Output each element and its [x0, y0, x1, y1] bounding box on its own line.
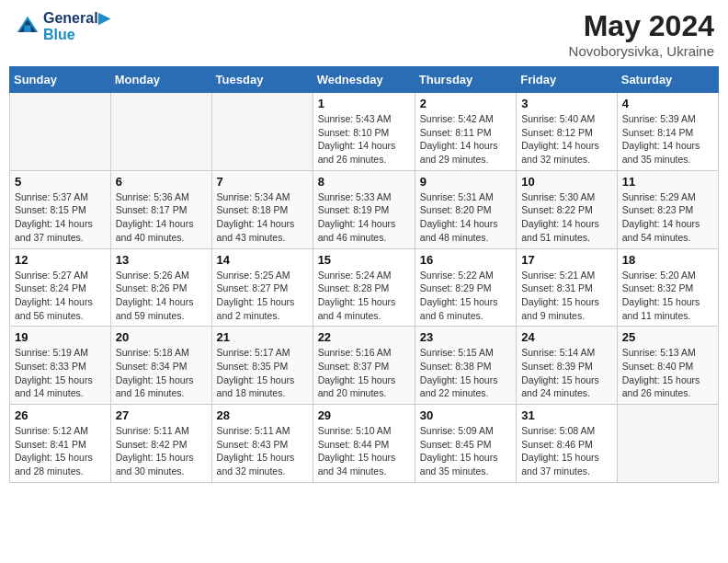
day-info: Sunrise: 5:11 AM Sunset: 8:43 PM Dayligh…	[217, 424, 308, 478]
svg-rect-2	[24, 25, 31, 32]
day-number: 23	[420, 330, 511, 344]
calendar-cell: 31Sunrise: 5:08 AM Sunset: 8:46 PM Dayli…	[517, 405, 618, 483]
day-number: 2	[420, 97, 511, 110]
day-number: 12	[15, 253, 106, 267]
day-number: 9	[420, 175, 511, 189]
day-info: Sunrise: 5:37 AM Sunset: 8:15 PM Dayligh…	[15, 190, 106, 245]
calendar-cell: 5Sunrise: 5:37 AM Sunset: 8:15 PM Daylig…	[10, 170, 111, 248]
weekday-header-sunday: Sunday	[10, 67, 111, 93]
day-info: Sunrise: 5:33 AM Sunset: 8:19 PM Dayligh…	[318, 190, 410, 245]
day-number: 3	[521, 97, 612, 110]
day-number: 27	[116, 408, 207, 422]
day-number: 8	[318, 175, 410, 189]
calendar-cell: 3Sunrise: 5:40 AM Sunset: 8:12 PM Daylig…	[517, 93, 618, 171]
calendar-cell: 1Sunrise: 5:43 AM Sunset: 8:10 PM Daylig…	[313, 93, 415, 171]
day-number: 30	[420, 408, 511, 422]
day-info: Sunrise: 5:29 AM Sunset: 8:23 PM Dayligh…	[622, 190, 713, 245]
calendar-cell: 23Sunrise: 5:15 AM Sunset: 8:38 PM Dayli…	[415, 327, 516, 405]
weekday-header-saturday: Saturday	[617, 67, 718, 93]
calendar-cell: 11Sunrise: 5:29 AM Sunset: 8:23 PM Dayli…	[617, 170, 718, 248]
day-number: 28	[217, 408, 308, 422]
location-subtitle: Novoborysivka, Ukraine	[569, 43, 714, 59]
day-info: Sunrise: 5:22 AM Sunset: 8:29 PM Dayligh…	[420, 269, 511, 323]
calendar-cell: 24Sunrise: 5:14 AM Sunset: 8:39 PM Dayli…	[517, 327, 618, 405]
calendar-cell: 6Sunrise: 5:36 AM Sunset: 8:17 PM Daylig…	[110, 170, 211, 248]
calendar-cell: 13Sunrise: 5:26 AM Sunset: 8:26 PM Dayli…	[110, 248, 211, 327]
day-number: 21	[217, 330, 308, 344]
weekday-header-monday: Monday	[110, 67, 211, 93]
day-number: 7	[217, 175, 308, 189]
calendar-cell: 10Sunrise: 5:30 AM Sunset: 8:22 PM Dayli…	[517, 170, 618, 248]
day-info: Sunrise: 5:26 AM Sunset: 8:26 PM Dayligh…	[116, 269, 207, 323]
day-number: 24	[521, 330, 612, 344]
calendar-table: SundayMondayTuesdayWednesdayThursdayFrid…	[9, 66, 719, 483]
day-info: Sunrise: 5:24 AM Sunset: 8:28 PM Dayligh…	[318, 269, 410, 323]
calendar-cell: 7Sunrise: 5:34 AM Sunset: 8:18 PM Daylig…	[211, 170, 313, 248]
calendar-week-row: 1Sunrise: 5:43 AM Sunset: 8:10 PM Daylig…	[10, 93, 719, 171]
day-number: 19	[15, 330, 106, 344]
calendar-cell: 2Sunrise: 5:42 AM Sunset: 8:11 PM Daylig…	[415, 93, 516, 171]
calendar-cell: 15Sunrise: 5:24 AM Sunset: 8:28 PM Dayli…	[313, 248, 415, 327]
day-info: Sunrise: 5:21 AM Sunset: 8:31 PM Dayligh…	[521, 269, 612, 323]
day-info: Sunrise: 5:39 AM Sunset: 8:14 PM Dayligh…	[622, 112, 713, 167]
day-number: 5	[15, 175, 106, 189]
logo-icon	[14, 13, 41, 40]
calendar-cell: 17Sunrise: 5:21 AM Sunset: 8:31 PM Dayli…	[517, 248, 618, 327]
day-number: 22	[318, 330, 410, 344]
day-info: Sunrise: 5:14 AM Sunset: 8:39 PM Dayligh…	[521, 346, 612, 400]
day-number: 15	[318, 253, 410, 267]
day-info: Sunrise: 5:18 AM Sunset: 8:34 PM Dayligh…	[116, 346, 207, 400]
day-info: Sunrise: 5:34 AM Sunset: 8:18 PM Dayligh…	[217, 190, 308, 245]
day-info: Sunrise: 5:30 AM Sunset: 8:22 PM Dayligh…	[521, 190, 612, 245]
day-info: Sunrise: 5:36 AM Sunset: 8:17 PM Dayligh…	[116, 190, 207, 245]
day-info: Sunrise: 5:12 AM Sunset: 8:41 PM Dayligh…	[15, 424, 106, 478]
day-number: 20	[116, 330, 207, 344]
page-header: General▶ Blue May 2024 Novoborysivka, Uk…	[9, 9, 719, 59]
day-number: 13	[116, 253, 207, 267]
calendar-cell: 27Sunrise: 5:11 AM Sunset: 8:42 PM Dayli…	[110, 405, 211, 483]
day-number: 25	[622, 330, 713, 344]
day-info: Sunrise: 5:27 AM Sunset: 8:24 PM Dayligh…	[15, 269, 106, 323]
calendar-cell: 20Sunrise: 5:18 AM Sunset: 8:34 PM Dayli…	[110, 327, 211, 405]
day-number: 29	[318, 408, 410, 422]
weekday-header-friday: Friday	[517, 67, 618, 93]
day-info: Sunrise: 5:42 AM Sunset: 8:11 PM Dayligh…	[420, 112, 511, 167]
day-info: Sunrise: 5:17 AM Sunset: 8:35 PM Dayligh…	[217, 346, 308, 400]
calendar-cell	[617, 405, 718, 483]
weekday-header-wednesday: Wednesday	[313, 67, 415, 93]
calendar-cell: 8Sunrise: 5:33 AM Sunset: 8:19 PM Daylig…	[313, 170, 415, 248]
day-number: 4	[622, 97, 713, 110]
calendar-week-row: 19Sunrise: 5:19 AM Sunset: 8:33 PM Dayli…	[10, 327, 719, 405]
calendar-cell: 14Sunrise: 5:25 AM Sunset: 8:27 PM Dayli…	[211, 248, 313, 327]
calendar-cell: 28Sunrise: 5:11 AM Sunset: 8:43 PM Dayli…	[211, 405, 313, 483]
day-number: 31	[521, 408, 612, 422]
calendar-cell: 16Sunrise: 5:22 AM Sunset: 8:29 PM Dayli…	[415, 248, 516, 327]
day-info: Sunrise: 5:13 AM Sunset: 8:40 PM Dayligh…	[622, 346, 713, 400]
day-number: 18	[622, 253, 713, 267]
calendar-cell: 22Sunrise: 5:16 AM Sunset: 8:37 PM Dayli…	[313, 327, 415, 405]
calendar-cell: 19Sunrise: 5:19 AM Sunset: 8:33 PM Dayli…	[10, 327, 111, 405]
day-info: Sunrise: 5:08 AM Sunset: 8:46 PM Dayligh…	[521, 424, 612, 478]
calendar-cell: 4Sunrise: 5:39 AM Sunset: 8:14 PM Daylig…	[617, 93, 718, 171]
calendar-cell: 25Sunrise: 5:13 AM Sunset: 8:40 PM Dayli…	[617, 327, 718, 405]
day-number: 6	[116, 175, 207, 189]
day-info: Sunrise: 5:31 AM Sunset: 8:20 PM Dayligh…	[420, 190, 511, 245]
logo-text: General▶ Blue	[43, 9, 109, 43]
day-info: Sunrise: 5:25 AM Sunset: 8:27 PM Dayligh…	[217, 269, 308, 323]
day-number: 11	[622, 175, 713, 189]
day-number: 10	[521, 175, 612, 189]
day-number: 1	[318, 97, 410, 110]
day-info: Sunrise: 5:10 AM Sunset: 8:44 PM Dayligh…	[318, 424, 410, 478]
day-info: Sunrise: 5:16 AM Sunset: 8:37 PM Dayligh…	[318, 346, 410, 400]
calendar-cell: 18Sunrise: 5:20 AM Sunset: 8:32 PM Dayli…	[617, 248, 718, 327]
calendar-cell: 30Sunrise: 5:09 AM Sunset: 8:45 PM Dayli…	[415, 405, 516, 483]
calendar-week-row: 5Sunrise: 5:37 AM Sunset: 8:15 PM Daylig…	[10, 170, 719, 248]
day-info: Sunrise: 5:09 AM Sunset: 8:45 PM Dayligh…	[420, 424, 511, 478]
calendar-cell: 12Sunrise: 5:27 AM Sunset: 8:24 PM Dayli…	[10, 248, 111, 327]
day-number: 17	[521, 253, 612, 267]
day-info: Sunrise: 5:40 AM Sunset: 8:12 PM Dayligh…	[521, 112, 612, 167]
day-number: 26	[15, 408, 106, 422]
title-area: May 2024 Novoborysivka, Ukraine	[569, 9, 714, 59]
day-info: Sunrise: 5:20 AM Sunset: 8:32 PM Dayligh…	[622, 269, 713, 323]
day-info: Sunrise: 5:11 AM Sunset: 8:42 PM Dayligh…	[116, 424, 207, 478]
